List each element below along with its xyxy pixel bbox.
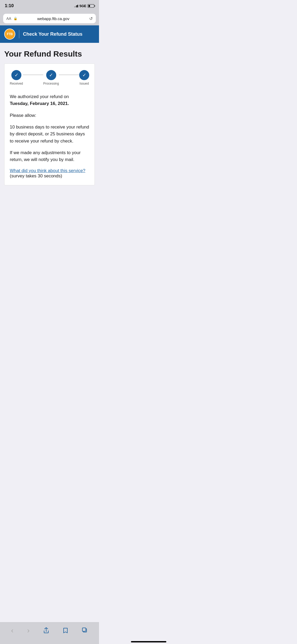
step-received-label: Received xyxy=(10,82,23,85)
step-connector-2 xyxy=(59,75,79,75)
site-header: FTB Check Your Refund Status xyxy=(0,25,99,43)
allow-detail: 10 business days to receive your refund … xyxy=(10,124,89,145)
ftb-logo: FTB xyxy=(4,29,15,40)
step-received: ✓ Received xyxy=(10,70,23,85)
page-title: Your Refund Results xyxy=(4,49,95,59)
step-processing: ✓ Processing xyxy=(43,70,59,85)
step-processing-check: ✓ xyxy=(49,73,53,77)
progress-steps: ✓ Received ✓ Processing ✓ Issued xyxy=(10,70,89,85)
refresh-icon[interactable]: ↺ xyxy=(89,16,93,21)
step-issued-check: ✓ xyxy=(82,73,86,77)
status-icons: 5GE xyxy=(74,4,94,8)
survey-link[interactable]: What did you think about this service? xyxy=(10,168,85,173)
lock-icon: 🔒 xyxy=(13,17,17,20)
header-title: Check Your Refund Status xyxy=(23,31,82,37)
font-size-control[interactable]: AA xyxy=(6,16,11,21)
signal-icon xyxy=(74,4,78,7)
url-text[interactable]: webapp.ftb.ca.gov xyxy=(20,16,87,21)
status-bar: 1:10 5GE xyxy=(0,0,99,12)
step-connector-1 xyxy=(23,75,43,75)
step-issued-circle: ✓ xyxy=(79,70,89,80)
survey-paragraph: What did you think about this service? (… xyxy=(10,168,89,179)
header-divider xyxy=(19,30,19,38)
status-time: 1:10 xyxy=(5,3,14,8)
step-processing-label: Processing xyxy=(43,82,59,85)
step-issued: ✓ Issued xyxy=(79,70,89,85)
step-processing-circle: ✓ xyxy=(46,70,56,80)
step-issued-label: Issued xyxy=(79,82,89,85)
url-bar[interactable]: AA 🔒 webapp.ftb.ca.gov ↺ xyxy=(3,14,96,23)
main-content: Your Refund Results ✓ Received ✓ Process… xyxy=(0,43,99,191)
adjustments-note: If we made any adjustments to your retur… xyxy=(10,149,89,163)
network-label: 5GE xyxy=(79,4,86,8)
authorization-text: We authorized your refund on Tuesday, Fe… xyxy=(10,93,89,107)
please-allow-label: Please allow: xyxy=(10,112,89,119)
step-received-check: ✓ xyxy=(15,73,18,77)
survey-suffix: (survey takes 30 seconds) xyxy=(10,173,62,178)
results-card: ✓ Received ✓ Processing ✓ Issued We auth xyxy=(4,63,95,185)
step-received-circle: ✓ xyxy=(11,70,21,80)
browser-bar: AA 🔒 webapp.ftb.ca.gov ↺ xyxy=(0,12,99,25)
battery-icon xyxy=(88,4,94,8)
